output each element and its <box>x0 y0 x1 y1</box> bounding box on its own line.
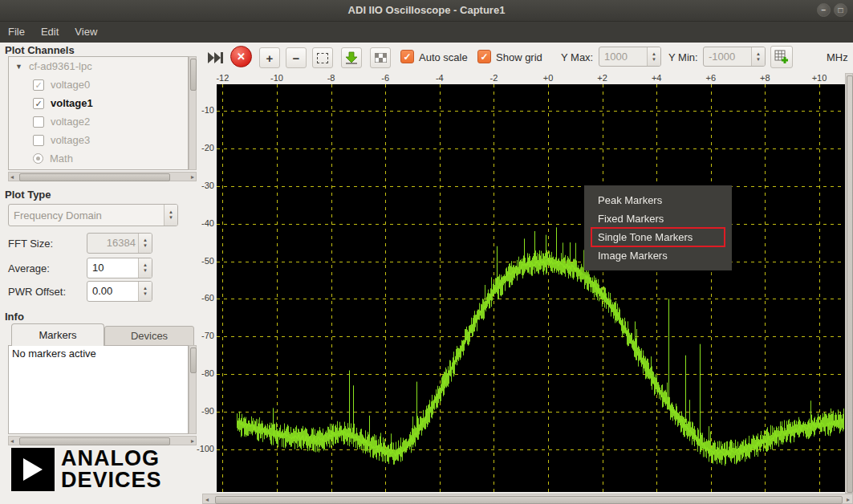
combo-arrows-icon[interactable]: ▲▼ <box>164 205 177 226</box>
ymin-value: -1000 <box>704 47 751 66</box>
zoom-fit-button[interactable] <box>312 47 333 68</box>
y-tick-label: -40 <box>190 218 214 228</box>
y-tick-label: -60 <box>190 293 214 303</box>
context-menu-item-image-markers[interactable]: Image Markers <box>585 246 731 265</box>
showgrid-label: Show grid <box>496 51 542 63</box>
adi-logo-text: ANALOG DEVICES <box>61 448 162 491</box>
x-tick-label: +8 <box>760 73 770 83</box>
spectrum-plot[interactable] <box>217 84 845 492</box>
check-icon: ✓ <box>403 51 411 63</box>
y-tick-label: -70 <box>190 331 214 340</box>
showgrid-checkbox[interactable]: ✓ <box>477 50 491 63</box>
plot-type-combobox[interactable]: Frequency Domain ▲▼ <box>8 204 178 226</box>
ymax-value: 1000 <box>599 47 647 66</box>
spinner-arrows-icon[interactable]: ▲▼ <box>647 47 660 66</box>
add-plot-icon <box>774 50 789 64</box>
plot-hscrollbar[interactable]: ◂ ▸ <box>202 494 853 504</box>
spinner-arrows-icon[interactable]: ▲▼ <box>138 234 152 253</box>
markers-info-text: No markers active <box>12 348 96 360</box>
average-label: Average: <box>8 262 50 274</box>
x-tick-label: +0 <box>543 73 554 83</box>
spinner-arrows-icon[interactable]: ▲▼ <box>138 258 152 278</box>
grid-snapshot-button[interactable] <box>370 47 391 68</box>
annotation-highlight-box <box>591 227 725 247</box>
scroll-left-icon[interactable]: ◂ <box>10 173 14 181</box>
autoscale-label: Auto scale <box>419 51 468 63</box>
minimize-button[interactable]: − <box>817 3 831 17</box>
channel-checkbox[interactable] <box>33 135 44 146</box>
info-heading: Info <box>5 311 24 323</box>
markers-info-textarea[interactable]: No markers active <box>8 345 189 434</box>
scroll-left-icon[interactable]: ◂ <box>205 495 209 504</box>
tab-devices[interactable]: Devices <box>104 326 194 346</box>
math-radio[interactable] <box>33 153 43 164</box>
spinner-arrows-icon[interactable]: ▲▼ <box>751 47 765 66</box>
plot-type-heading: Plot Type <box>5 189 51 201</box>
scroll-left-icon[interactable]: ◂ <box>10 437 14 445</box>
scroll-right-icon[interactable]: ▸ <box>847 495 850 504</box>
channel-row-voltage1[interactable]: ✓voltage1 <box>9 94 188 112</box>
save-image-button[interactable] <box>341 47 362 68</box>
adi-triangle-icon <box>23 458 43 481</box>
average-value: 10 <box>87 258 138 278</box>
menu-edit[interactable]: Edit <box>33 22 67 43</box>
new-plot-button[interactable] <box>770 46 793 68</box>
x-tick-label: -12 <box>216 73 229 83</box>
spinner-arrows-icon[interactable]: ▲▼ <box>138 282 152 301</box>
x-tick-label: +6 <box>706 73 717 83</box>
x-tick-label: -8 <box>327 73 335 83</box>
y-tick-label: -30 <box>190 181 214 190</box>
channel-checkbox[interactable] <box>33 116 44 128</box>
fft-size-spinner[interactable]: 16384 ▲▼ <box>87 233 152 254</box>
check-icon: ✓ <box>480 51 488 63</box>
device-row[interactable]: ▼ cf-ad9361-lpc <box>9 57 188 75</box>
title-bar[interactable]: ADI IIO Oscilloscope - Capture1 − □ <box>0 0 853 22</box>
channel-checkbox[interactable]: ✓ <box>33 98 44 109</box>
y-tick-label: -10 <box>190 105 214 115</box>
maximize-button[interactable]: □ <box>834 3 847 17</box>
device-label: cf-ad9361-lpc <box>29 60 92 72</box>
tree-hscrollbar[interactable]: ◂ ▸ <box>8 172 197 181</box>
channel-checkbox[interactable]: ✓ <box>33 79 44 91</box>
y-tick-label: -90 <box>190 406 214 416</box>
ymin-label: Y Min: <box>668 51 698 63</box>
tab-markers[interactable]: Markers <box>11 323 104 346</box>
context-menu-item-fixed-markers[interactable]: Fixed Markers <box>585 209 731 228</box>
pwr-offset-value: 0.00 <box>87 282 138 301</box>
x-tick-label: +4 <box>652 73 662 83</box>
logo-line2: DEVICES <box>61 469 162 491</box>
plot-channels-heading: Plot Channels <box>5 44 75 56</box>
ymax-spinner[interactable]: 1000 ▲▼ <box>599 47 661 67</box>
channel-label: voltage3 <box>51 134 90 146</box>
menu-file[interactable]: File <box>0 22 33 43</box>
channel-row-voltage3[interactable]: voltage3 <box>9 131 188 149</box>
x-tick-label: +10 <box>812 73 827 83</box>
pwr-offset-spinner[interactable]: 0.00 ▲▼ <box>87 281 152 302</box>
plot-vscrollbar[interactable] <box>845 73 853 494</box>
stop-capture-button[interactable]: ✕ <box>230 46 252 67</box>
channel-row-voltage2[interactable]: voltage2 <box>9 112 188 131</box>
ymin-spinner[interactable]: -1000 ▲▼ <box>703 47 766 67</box>
autoscale-checkbox[interactable]: ✓ <box>400 50 414 63</box>
pwr-offset-label: PWR Offset: <box>8 286 66 298</box>
info-hscrollbar[interactable]: ◂ ▸ <box>8 436 197 445</box>
expander-icon[interactable]: ▼ <box>15 63 22 71</box>
zoom-in-button[interactable]: + <box>259 47 280 68</box>
x-tick-label: -4 <box>436 73 444 83</box>
menu-view[interactable]: View <box>67 22 105 43</box>
fft-size-value: 16384 <box>87 234 138 253</box>
capture-restart-button[interactable] <box>205 47 226 68</box>
zoom-out-button[interactable]: − <box>286 47 307 68</box>
plot-context-menu[interactable]: Peak MarkersFixed MarkersSingle Tone Mar… <box>584 185 732 270</box>
context-menu-item-peak-markers[interactable]: Peak Markers <box>585 191 731 209</box>
save-download-icon <box>345 51 358 64</box>
tab-markers-label: Markers <box>39 329 77 341</box>
average-spinner[interactable]: 10 ▲▼ <box>87 258 152 278</box>
info-vscrollbar[interactable] <box>189 345 197 434</box>
channel-tree[interactable]: ▼ cf-ad9361-lpc ✓voltage0✓voltage1voltag… <box>8 56 189 170</box>
channel-row-voltage0[interactable]: ✓voltage0 <box>9 75 188 94</box>
math-row[interactable]: Math <box>9 149 188 168</box>
tab-devices-label: Devices <box>131 330 168 342</box>
menu-bar: FileEditView <box>0 22 853 43</box>
x-tick-label: -2 <box>490 73 498 83</box>
